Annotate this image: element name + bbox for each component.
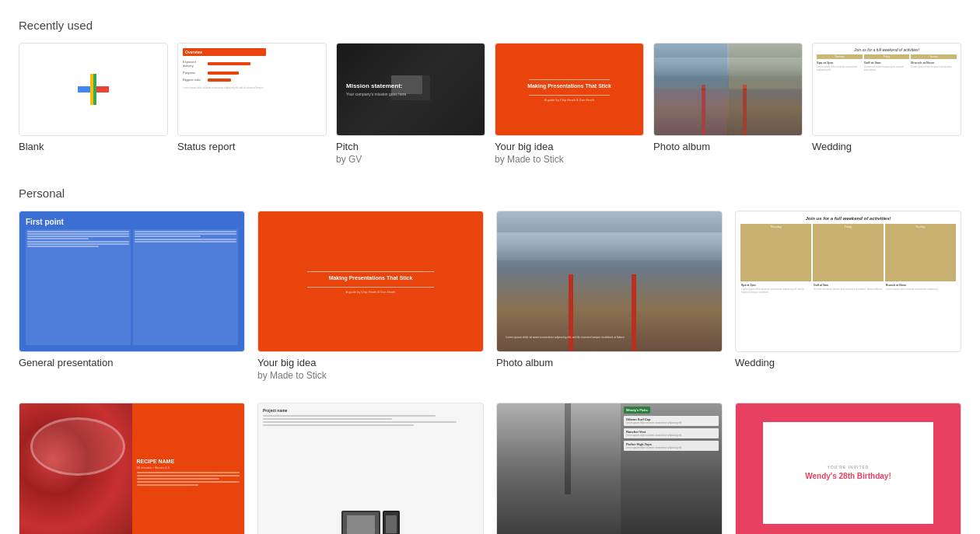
template-status-report[interactable]: Overview Expected delivery Progress Bigg… — [177, 43, 327, 165]
big-idea-sub: A guide by Chip Heath & Dan Heath — [544, 98, 594, 102]
template-pitch[interactable]: Mission statement: Your company's missio… — [336, 43, 485, 165]
lookbook-thumb: Wendy's Picks Gibson Surf Cap Lorem ipsu… — [496, 403, 723, 534]
portfolio-thumb: Project name — [257, 403, 484, 534]
your-big-idea-p-sub-label: by Made to Stick — [257, 370, 484, 381]
your-big-idea-thumb: Making Presentations That Stick A guide … — [495, 43, 644, 136]
tablet-icon — [341, 511, 380, 534]
your-big-idea-label: Your big idea — [495, 141, 644, 154]
template-general-presentation[interactable]: First point — [19, 211, 245, 381]
general-thumb: First point — [19, 211, 245, 352]
template-your-big-idea-personal[interactable]: Making Presentations That Stick A guide … — [257, 211, 484, 381]
status-report-thumb: Overview Expected delivery Progress Bigg… — [177, 43, 327, 136]
your-big-idea-sub-label: by Made to Stick — [495, 154, 644, 165]
recently-used-title: Recently used — [19, 19, 961, 32]
template-your-big-idea[interactable]: Making Presentations That Stick A guide … — [495, 43, 644, 165]
personal-section: Personal First point — [19, 187, 961, 534]
photo-album-p-label: Photo album — [496, 357, 723, 370]
template-recipe-book[interactable]: RECIPE NAME 30 minutes • Serves 4-6 Reci… — [19, 403, 245, 534]
blank-thumb — [19, 43, 168, 136]
lookbook-brand-badge: Wendy's Picks — [624, 407, 650, 414]
photo-album-p-thumb: Lorem ipsum dolor sit amet consectetur a… — [496, 211, 723, 352]
plus-icon — [78, 74, 109, 105]
general-label: General presentation — [19, 357, 245, 370]
recipe-sub-text: 30 minutes • Serves 4-6 — [137, 466, 240, 469]
wedding-header-text: Join us for a full weekend of activities… — [817, 47, 957, 52]
blank-label: Blank — [19, 141, 168, 154]
template-photo-album-personal[interactable]: Lorem ipsum dolor sit amet consectetur a… — [496, 211, 723, 381]
personal-title: Personal — [19, 187, 961, 200]
personal-grid-row2: RECIPE NAME 30 minutes • Serves 4-6 Reci… — [19, 403, 961, 534]
template-party-invite[interactable]: You're invited Wendy's 28th Birthday! Pa… — [735, 403, 961, 534]
recipe-name-text: RECIPE NAME — [137, 459, 240, 464]
wedding-p-thumb: Join us for a full weekend of activities… — [735, 211, 961, 352]
portfolio-header-text: Project name — [263, 408, 478, 413]
wedding-label: Wedding — [812, 141, 961, 154]
photo-album-thumb — [653, 43, 803, 136]
personal-grid-row1: First point — [19, 211, 961, 381]
pitch-sub: Your company's mission goes here — [346, 92, 406, 96]
recently-used-grid: Blank Overview Expected delivery Progres… — [19, 43, 961, 165]
your-big-idea-p-label: Your big idea — [257, 357, 484, 370]
party-invited-text: You're invited — [828, 465, 870, 469]
pitch-thumb: Mission statement: Your company's missio… — [336, 43, 485, 136]
wedding-thumb: Join us for a full weekend of activities… — [812, 43, 961, 136]
status-report-label: Status report — [177, 141, 327, 154]
template-blank[interactable]: Blank — [19, 43, 168, 165]
pitch-sub-label: by GV — [336, 154, 485, 165]
wedding-p-label: Wedding — [735, 357, 961, 370]
your-big-idea-p-thumb: Making Presentations That Stick A guide … — [257, 211, 484, 352]
general-title-text: First point — [26, 218, 238, 226]
template-wedding[interactable]: Join us for a full weekend of activities… — [812, 43, 961, 165]
template-wedding-personal[interactable]: Join us for a full weekend of activities… — [735, 211, 961, 381]
party-name-text: Wendy's 28th Birthday! — [805, 472, 891, 481]
template-portfolio[interactable]: Project name Portfolio — [257, 403, 484, 534]
party-thumb: You're invited Wendy's 28th Birthday! — [735, 403, 961, 534]
pitch-title: Mission statement: — [346, 82, 402, 90]
big-idea-title: Making Presentations That Stick — [527, 82, 611, 89]
big-idea-p-sub: A guide by Chip Heath & Dan Heath — [346, 290, 396, 294]
recipe-thumb: RECIPE NAME 30 minutes • Serves 4-6 — [19, 403, 245, 534]
big-idea-p-title: Making Presentations That Stick — [329, 274, 413, 281]
template-lookbook[interactable]: Wendy's Picks Gibson Surf Cap Lorem ipsu… — [496, 403, 723, 534]
template-photo-album[interactable]: Photo album — [653, 43, 803, 165]
pitch-label: Pitch — [336, 141, 485, 154]
photo-album-label: Photo album — [653, 141, 803, 154]
phone-icon — [383, 511, 400, 534]
recently-used-section: Recently used Blank — [19, 19, 961, 165]
